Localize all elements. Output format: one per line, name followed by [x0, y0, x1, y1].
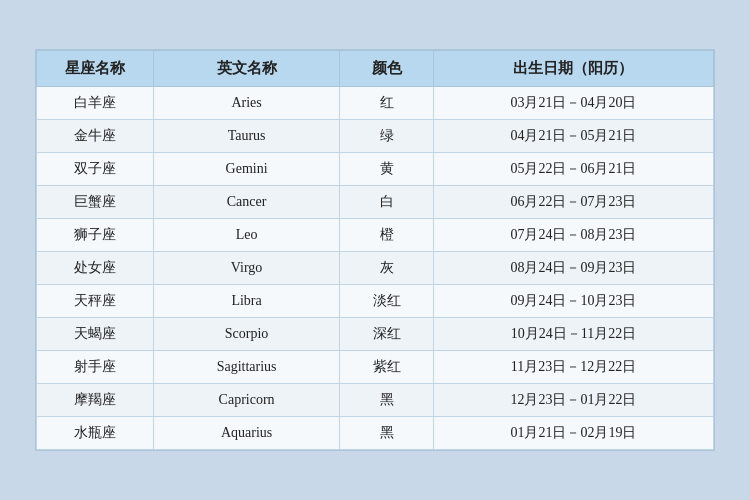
- cell-color: 深红: [340, 318, 433, 351]
- table-row: 水瓶座Aquarius黑01月21日－02月19日: [37, 417, 714, 450]
- cell-date: 10月24日－11月22日: [433, 318, 713, 351]
- table-header-row: 星座名称 英文名称 颜色 出生日期（阳历）: [37, 51, 714, 87]
- cell-color: 绿: [340, 120, 433, 153]
- cell-color: 橙: [340, 219, 433, 252]
- cell-color: 黑: [340, 384, 433, 417]
- cell-date: 11月23日－12月22日: [433, 351, 713, 384]
- cell-chinese: 天秤座: [37, 285, 154, 318]
- cell-chinese: 巨蟹座: [37, 186, 154, 219]
- cell-date: 05月22日－06月21日: [433, 153, 713, 186]
- header-color: 颜色: [340, 51, 433, 87]
- table-row: 金牛座Taurus绿04月21日－05月21日: [37, 120, 714, 153]
- cell-chinese: 金牛座: [37, 120, 154, 153]
- cell-english: Gemini: [153, 153, 340, 186]
- cell-chinese: 水瓶座: [37, 417, 154, 450]
- cell-english: Leo: [153, 219, 340, 252]
- table-row: 白羊座Aries红03月21日－04月20日: [37, 87, 714, 120]
- cell-color: 白: [340, 186, 433, 219]
- table-row: 天秤座Libra淡红09月24日－10月23日: [37, 285, 714, 318]
- cell-chinese: 狮子座: [37, 219, 154, 252]
- table-row: 摩羯座Capricorn黑12月23日－01月22日: [37, 384, 714, 417]
- cell-chinese: 射手座: [37, 351, 154, 384]
- header-chinese: 星座名称: [37, 51, 154, 87]
- cell-date: 08月24日－09月23日: [433, 252, 713, 285]
- cell-chinese: 白羊座: [37, 87, 154, 120]
- cell-date: 06月22日－07月23日: [433, 186, 713, 219]
- table-row: 天蝎座Scorpio深红10月24日－11月22日: [37, 318, 714, 351]
- cell-date: 03月21日－04月20日: [433, 87, 713, 120]
- cell-date: 09月24日－10月23日: [433, 285, 713, 318]
- cell-english: Scorpio: [153, 318, 340, 351]
- cell-color: 灰: [340, 252, 433, 285]
- cell-chinese: 处女座: [37, 252, 154, 285]
- cell-chinese: 天蝎座: [37, 318, 154, 351]
- cell-date: 12月23日－01月22日: [433, 384, 713, 417]
- cell-color: 淡红: [340, 285, 433, 318]
- header-english: 英文名称: [153, 51, 340, 87]
- cell-english: Aries: [153, 87, 340, 120]
- cell-color: 黑: [340, 417, 433, 450]
- table-row: 狮子座Leo橙07月24日－08月23日: [37, 219, 714, 252]
- cell-color: 紫红: [340, 351, 433, 384]
- table-row: 射手座Sagittarius紫红11月23日－12月22日: [37, 351, 714, 384]
- cell-date: 01月21日－02月19日: [433, 417, 713, 450]
- table-row: 双子座Gemini黄05月22日－06月21日: [37, 153, 714, 186]
- cell-chinese: 双子座: [37, 153, 154, 186]
- cell-english: Aquarius: [153, 417, 340, 450]
- cell-english: Capricorn: [153, 384, 340, 417]
- cell-english: Sagittarius: [153, 351, 340, 384]
- zodiac-table-container: 星座名称 英文名称 颜色 出生日期（阳历） 白羊座Aries红03月21日－04…: [35, 49, 715, 451]
- cell-color: 红: [340, 87, 433, 120]
- cell-color: 黄: [340, 153, 433, 186]
- cell-english: Virgo: [153, 252, 340, 285]
- cell-date: 07月24日－08月23日: [433, 219, 713, 252]
- cell-date: 04月21日－05月21日: [433, 120, 713, 153]
- cell-english: Cancer: [153, 186, 340, 219]
- table-row: 巨蟹座Cancer白06月22日－07月23日: [37, 186, 714, 219]
- cell-english: Libra: [153, 285, 340, 318]
- table-row: 处女座Virgo灰08月24日－09月23日: [37, 252, 714, 285]
- header-date: 出生日期（阳历）: [433, 51, 713, 87]
- zodiac-table: 星座名称 英文名称 颜色 出生日期（阳历） 白羊座Aries红03月21日－04…: [36, 50, 714, 450]
- cell-english: Taurus: [153, 120, 340, 153]
- cell-chinese: 摩羯座: [37, 384, 154, 417]
